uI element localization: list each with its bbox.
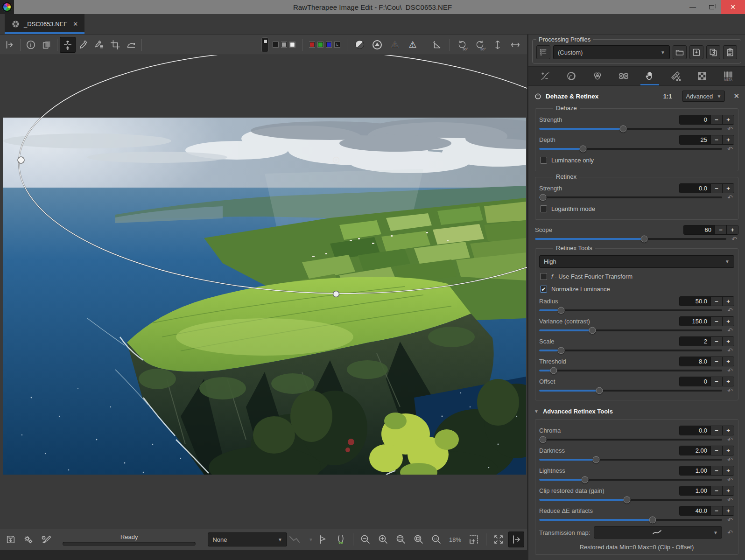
tab-metadata[interactable]: META [715,67,741,85]
profile-select[interactable]: (Custom)▼ [553,45,670,59]
decrement-button[interactable]: − [710,426,722,435]
increment-button[interactable]: + [722,297,734,306]
increment-button[interactable]: + [726,225,738,234]
zoom-fit-button[interactable] [411,532,427,547]
hide-right-panel-button[interactable] [508,532,524,547]
load-profile-button[interactable] [673,45,687,59]
hand-pan-tool-button[interactable] [60,37,76,53]
spinbox[interactable]: 0−+ [679,377,734,386]
compare-view-button[interactable] [315,532,331,547]
increment-button[interactable]: + [722,115,734,124]
color-picker-button[interactable] [76,37,91,53]
slider-thumb[interactable] [539,436,546,443]
one-to-one-label[interactable]: 1:1 [663,93,672,100]
luminance-only-checkbox[interactable] [540,157,547,164]
increment-button[interactable]: + [722,446,734,455]
spinbox[interactable]: 150.0−+ [679,316,734,326]
slider-track[interactable] [539,479,722,481]
tab-detail[interactable] [558,67,584,85]
decrement-button[interactable]: − [710,337,722,346]
slider-thumb[interactable] [589,327,596,334]
zoom-100-button[interactable]: 1:1 [429,532,444,547]
minimize-button[interactable]: — [683,0,702,14]
decrement-button[interactable]: − [710,506,722,515]
slider-thumb[interactable] [592,456,599,463]
reset-icon[interactable]: ↶ [726,529,734,536]
green-channel-swatch[interactable] [318,42,323,47]
slider-track[interactable] [539,329,722,331]
slider-track[interactable] [539,439,722,441]
increment-button[interactable]: + [722,377,734,386]
pick-snapshot-button[interactable] [333,532,349,547]
slider-thumb[interactable] [620,125,627,132]
fft-checkbox[interactable] [540,273,547,280]
decrement-button[interactable]: − [710,184,722,193]
advanced-retinex-expander[interactable]: ▼ Advanced Retinex Tools [534,405,739,417]
reset-icon[interactable]: ↶ [726,347,734,354]
shadow-clipping-button[interactable]: ⚠ [387,37,403,53]
slider-thumb[interactable] [558,347,565,354]
image-canvas[interactable] [0,55,527,529]
transmission-map-select[interactable]: ▼ [594,526,722,539]
increment-button[interactable]: + [722,466,734,475]
preview-sharpen-mask-button[interactable] [369,37,385,53]
increment-button[interactable]: + [722,486,734,495]
increment-button[interactable]: + [722,317,734,326]
slider-thumb[interactable] [649,516,656,523]
spinbox[interactable]: 2−+ [679,336,734,346]
increment-button[interactable]: + [722,426,734,435]
spinbox[interactable]: 0−+ [679,115,734,125]
spinbox[interactable]: 2.00−+ [679,446,734,455]
reset-icon[interactable]: ↶ [726,194,734,201]
red-channel-swatch[interactable] [309,42,315,47]
reset-icon[interactable]: ↶ [726,327,734,334]
queue-processing-button[interactable] [21,532,36,547]
reset-icon[interactable]: ↶ [726,517,734,523]
blue-channel-swatch[interactable] [326,42,331,47]
slider-thumb[interactable] [539,194,546,201]
edit-external-button[interactable] [38,532,54,547]
fill-mode-button[interactable] [536,45,550,59]
add-detail-window-button[interactable] [466,532,482,547]
decrement-button[interactable]: − [710,317,722,326]
reset-icon[interactable]: ↶ [726,126,734,132]
zoom-in-button[interactable] [375,532,391,547]
paste-profile-button[interactable] [723,45,737,59]
tab-color[interactable] [584,67,611,85]
slider-thumb[interactable] [582,476,589,483]
increment-button[interactable]: + [722,357,734,366]
reset-icon[interactable]: ↶ [726,307,734,314]
straighten-tool-button[interactable] [123,37,139,53]
hide-left-panel-button[interactable] [2,37,18,53]
decrement-button[interactable]: − [710,466,722,475]
slider-track[interactable] [539,519,722,521]
decrement-button[interactable]: − [715,225,726,234]
bg-gray-swatch[interactable] [281,42,287,47]
slider-track[interactable] [539,459,722,461]
crop-tool-button[interactable] [107,37,123,53]
reset-icon[interactable]: ↶ [726,456,734,463]
increment-button[interactable]: + [722,337,734,346]
slider-thumb[interactable] [640,235,647,242]
tab-close-icon[interactable]: ✕ [73,21,78,28]
logarithm-mode-checkbox[interactable] [540,205,547,212]
slider-thumb[interactable] [624,496,631,503]
panel-close-icon[interactable]: ✕ [733,92,739,100]
processing-queue-select[interactable]: None▼ [208,532,287,546]
decrement-button[interactable]: − [710,357,722,366]
restore-button[interactable] [702,0,721,14]
increment-button[interactable]: + [722,506,734,515]
crop-guides-button[interactable] [429,37,445,53]
zoom-to-crop-button[interactable] [393,532,409,547]
slider-track[interactable] [539,148,722,150]
reset-icon[interactable]: ↶ [726,497,734,503]
slider-track[interactable] [539,350,722,351]
decrement-button[interactable]: − [710,486,722,495]
tab-transform[interactable] [663,67,689,85]
increment-button[interactable]: + [722,135,734,144]
close-button[interactable]: ✕ [721,0,745,14]
slider-thumb[interactable] [596,387,603,394]
spinbox[interactable]: 0.0−+ [679,183,734,193]
power-toggle-icon[interactable] [534,92,542,100]
spinbox[interactable]: 60−+ [683,225,738,235]
